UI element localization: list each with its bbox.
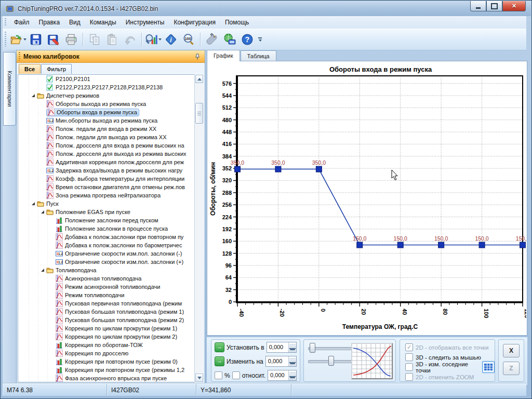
- tree-item[interactable]: Положение EGAS при пуске: [18, 208, 203, 216]
- panel-grip[interactable]: [19, 52, 20, 60]
- tree-item[interactable]: Положение заслонки перед пуском: [18, 216, 203, 224]
- chart-svg[interactable]: 0326496128160192224256288320352384416448…: [208, 72, 526, 334]
- selected-tree-item[interactable]: Обороты входа в режим пуска: [46, 109, 139, 116]
- change-by-spinner[interactable]: 0,000: [265, 356, 297, 367]
- info-button[interactable]: i: [163, 31, 179, 48]
- tools-button[interactable]: [204, 31, 220, 48]
- tree-item[interactable]: Аддитивная коррекция полож.дросселя для …: [18, 158, 203, 166]
- menu-item-0[interactable]: Файл: [9, 17, 34, 28]
- tree-item[interactable]: Коррекция по дросселю: [18, 349, 203, 357]
- option-checkbox-3[interactable]: [405, 373, 413, 381]
- set-to-value[interactable]: 0,000: [267, 342, 288, 352]
- tree-scrollbar[interactable]: [194, 74, 204, 382]
- view-tab-0[interactable]: График: [207, 50, 240, 61]
- tree-item[interactable]: Обороты входа в режим пуска: [18, 108, 203, 116]
- tree-item[interactable]: Время остановки двигателя для отмены реж…: [18, 183, 203, 191]
- relative-value[interactable]: 0,000: [268, 370, 288, 380]
- tree-item[interactable]: Полож. педали для входа в режим ХХ: [18, 125, 203, 133]
- tree-item[interactable]: Фаза асинхронного впрыска при пуске: [18, 374, 203, 382]
- copy-button[interactable]: [86, 31, 103, 48]
- undo-button[interactable]: [122, 31, 138, 48]
- open-file-button[interactable]: [10, 31, 26, 48]
- minimize-button[interactable]: [470, 1, 486, 11]
- tree-item[interactable]: Режим топливоподачи: [18, 291, 203, 299]
- menu-item-3[interactable]: Команды: [85, 17, 121, 28]
- tab-comments[interactable]: Комментарии: [3, 52, 16, 126]
- percent-checkbox[interactable]: [215, 371, 222, 379]
- title-bar[interactable]: ChipTuningPRO ver.7.2014.0.1534 - I427GB…: [1, 1, 531, 16]
- tree-item[interactable]: Топливоподача: [18, 266, 203, 274]
- filter-tab-1[interactable]: Фильтр: [41, 64, 72, 74]
- tree-item[interactable]: Пусковая большая топливоподача (режим 1): [18, 308, 203, 316]
- tree-item[interactable]: Полож. дросселя для выхода из режима выс…: [18, 150, 203, 158]
- tree-item[interactable]: 1.2Ограничение скорости изм.пол. заслонк…: [18, 249, 203, 258]
- scroll-up-icon[interactable]: [195, 75, 203, 83]
- relative-spinner[interactable]: 0,000: [268, 370, 297, 381]
- view-tab-1[interactable]: Таблица: [241, 50, 276, 61]
- tree-item[interactable]: Добавка к полож.заслонки по барометричес: [18, 241, 203, 249]
- option-checkbox-1[interactable]: [405, 353, 413, 361]
- tree-item[interactable]: Обороты выхода из режима пуска: [18, 100, 203, 108]
- paste-button[interactable]: [104, 31, 121, 48]
- tree-item[interactable]: Коррекция по циклам прокрутки (режим 2): [18, 332, 203, 341]
- maximize-button[interactable]: [486, 1, 502, 11]
- web-button[interactable]: [221, 31, 238, 48]
- tree-item[interactable]: Полож. педали для выхода из режима ХХ: [18, 133, 203, 141]
- help-button[interactable]: ?: [239, 31, 256, 48]
- tree-item[interactable]: P2100,P2101: [18, 75, 203, 83]
- table-grid-button[interactable]: [482, 361, 495, 373]
- tree-item[interactable]: Положение заслонки в процессе пуска: [18, 224, 203, 233]
- slider-2-thumb[interactable]: [328, 356, 334, 366]
- set-to-spinner[interactable]: 0,000: [267, 342, 297, 353]
- save-button[interactable]: [28, 31, 44, 48]
- menu-item-2[interactable]: Вид: [64, 17, 85, 28]
- tree-item[interactable]: 1.2Задержка входа/выхода в режим высоких…: [18, 166, 203, 175]
- scroll-thumb[interactable]: [195, 103, 203, 124]
- tree-item[interactable]: Асинхронная топливоподача: [18, 274, 203, 283]
- z-axis-button[interactable]: Z: [503, 362, 520, 375]
- tree-item[interactable]: Диспетчер режимов: [18, 91, 203, 100]
- tree-item[interactable]: Коррекция при повторном пуске (режим 0): [18, 357, 203, 366]
- change-by-value[interactable]: 0,000: [266, 356, 288, 366]
- curve-preview[interactable]: [351, 343, 393, 379]
- tree-item[interactable]: Коррекция при повторном пуске (режимы 1,…: [18, 366, 203, 374]
- slider-1-thumb[interactable]: [310, 343, 315, 353]
- filter-tab-0[interactable]: Все: [19, 64, 41, 74]
- chart-scale-button[interactable]: [145, 31, 162, 48]
- tree-item[interactable]: 1.2Мин.обороты выхода из режима пуска: [18, 116, 203, 125]
- tree-item[interactable]: Коррекция по циклам прокрутки (режим 1): [18, 324, 203, 332]
- print-button[interactable]: [63, 31, 79, 48]
- tree-item[interactable]: Коэфф. выбора температуры для интерполяц…: [18, 175, 203, 183]
- expander-icon[interactable]: [41, 210, 44, 214]
- menu-item-5[interactable]: Конфигурация: [169, 17, 220, 28]
- toolbar-overflow-icon[interactable]: [257, 37, 262, 42]
- option-checkbox-2[interactable]: [405, 363, 413, 371]
- menu-item-4[interactable]: Инструменты: [121, 17, 169, 28]
- tree-item[interactable]: P2122,P2123,P2127,P2128,P2138,P2138: [18, 83, 203, 91]
- tree-item[interactable]: Зона режима прогрева нейтрализатора: [18, 191, 203, 200]
- option-checkbox-0[interactable]: ✓: [405, 343, 413, 351]
- menu-item-6[interactable]: Помощь: [220, 17, 254, 28]
- tree-item[interactable]: Пусковая большая топливоподача (режим 2): [18, 316, 203, 324]
- save-as-button[interactable]: [45, 31, 62, 48]
- x-axis-button[interactable]: X: [503, 344, 520, 357]
- dropdown-arrow-icon[interactable]: [23, 38, 26, 41]
- spin-up-icon[interactable]: [289, 342, 296, 348]
- expander-icon[interactable]: [41, 269, 44, 272]
- relative-checkbox[interactable]: [232, 371, 240, 379]
- toolbar-grip[interactable]: [5, 32, 6, 47]
- tree-item[interactable]: Пусковая первичная топливоподача (режим: [18, 299, 203, 308]
- expander-icon[interactable]: [32, 202, 35, 205]
- close-button[interactable]: ✕: [502, 1, 526, 11]
- tree-item[interactable]: Добавка к полож.заслонки при повторном п…: [18, 233, 203, 241]
- zoom-100-button[interactable]: 100: [180, 31, 197, 48]
- tree-item[interactable]: Режим асинхронной топливоподачи: [18, 283, 203, 291]
- apply-change-button[interactable]: →: [215, 356, 224, 366]
- spin-up-icon[interactable]: [289, 356, 296, 362]
- tree-item[interactable]: Коррекция по оборотам-ТОЖ: [18, 341, 203, 349]
- spin-up-icon[interactable]: [289, 370, 296, 376]
- menu-grip[interactable]: [5, 18, 6, 27]
- expander-icon[interactable]: [32, 94, 35, 97]
- pin-icon[interactable]: [194, 54, 201, 60]
- apply-set-button[interactable]: →: [215, 342, 224, 352]
